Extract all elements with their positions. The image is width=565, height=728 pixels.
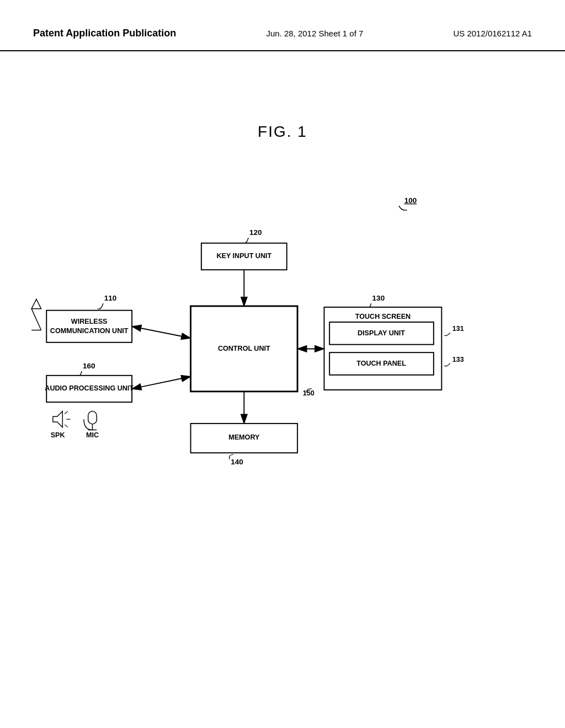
antenna-triangle: [31, 299, 41, 308]
audio-label: AUDIO PROCESSING UNIT: [45, 384, 134, 392]
antenna-line-left: [31, 309, 41, 330]
patent-number: US 2012/0162112 A1: [453, 28, 532, 38]
wireless-label-line2: COMMUNICATION UNIT: [50, 327, 129, 335]
ref-140: 140: [231, 458, 243, 466]
page: Patent Application Publication Jun. 28, …: [0, 0, 565, 728]
display-unit-label: DISPLAY UNIT: [358, 329, 405, 337]
ref-120: 120: [249, 228, 262, 237]
ref-131: 131: [452, 325, 464, 333]
mic-label: MIC: [86, 431, 99, 439]
arrow-audio-control: [132, 377, 190, 389]
ref-150: 150: [303, 389, 315, 397]
touch-panel-label: TOUCH PANEL: [356, 360, 406, 367]
spk-wave3: [65, 425, 68, 427]
mic-symbol: [88, 411, 97, 424]
block-diagram: 100 120 KEY INPUT UNIT CONTROL UNIT 110 …: [0, 174, 565, 505]
spk-wave1: [65, 411, 68, 414]
publication-label: Patent Application Publication: [33, 28, 176, 39]
ref-133: 133: [452, 356, 464, 363]
control-unit-label: CONTROL UNIT: [218, 345, 270, 352]
spk-symbol: [53, 411, 62, 427]
header: Patent Application Publication Jun. 28, …: [0, 0, 565, 51]
diagram-container: 100 120 KEY INPUT UNIT CONTROL UNIT 110 …: [0, 174, 565, 505]
spk-label: SPK: [51, 431, 65, 439]
sheet-info: Jun. 28, 2012 Sheet 1 of 7: [266, 28, 363, 38]
arrow-wireless-control: [132, 326, 190, 338]
ref-110: 110: [104, 294, 117, 302]
key-input-label: KEY INPUT UNIT: [216, 252, 271, 260]
memory-label: MEMORY: [228, 433, 260, 441]
ref-100: 100: [404, 196, 417, 205]
touch-screen-label: TOUCH SCREEN: [355, 313, 411, 320]
ref-130: 130: [372, 294, 385, 302]
ref-160: 160: [83, 362, 95, 370]
wireless-label-line1: WIRELESS: [71, 318, 108, 325]
figure-title: FIG. 1: [0, 123, 565, 141]
wireless-box: [46, 311, 132, 342]
